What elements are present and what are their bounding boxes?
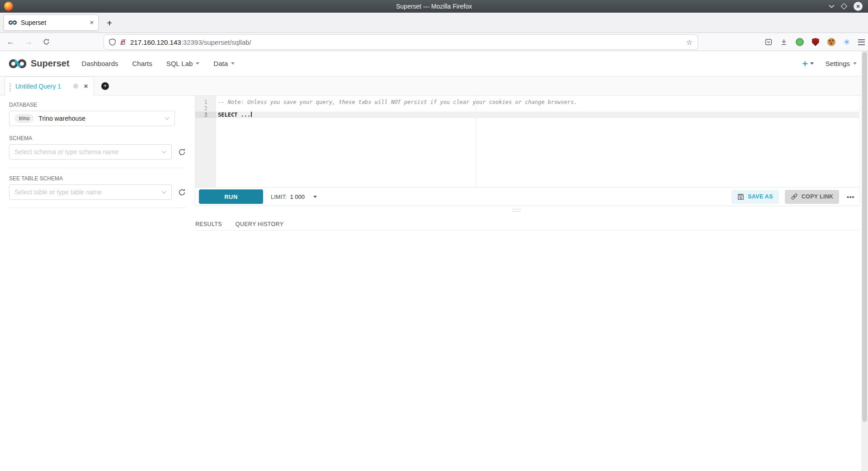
query-tab-bar: Untitled Query 1 ✕ + (0, 76, 868, 96)
back-icon[interactable]: ← (7, 38, 14, 47)
south-pane-tabs: RESULTS QUERY HISTORY (195, 218, 859, 230)
url-text[interactable]: 217.160.120.143:32393/superset/sqllab/ (130, 38, 682, 46)
add-new-button[interactable]: + (802, 59, 814, 68)
limit-dropdown[interactable]: LIMIT: 1 000 (271, 193, 317, 200)
save-as-button[interactable]: SAVE AS (731, 190, 779, 204)
window-minimize-icon[interactable] (829, 5, 835, 8)
schema-label: SCHEMA (9, 135, 186, 141)
query-status-dot (73, 84, 78, 89)
browser-tab-close-icon[interactable]: ✕ (90, 19, 94, 26)
new-tab-button[interactable]: + (107, 18, 112, 28)
window-close-icon[interactable]: ✕ (854, 2, 863, 11)
window-titlebar: Superset — Mozilla Firefox ✕ (0, 0, 868, 13)
url-path: :32393/superset/sqllab/ (181, 38, 251, 46)
chevron-down-icon (165, 117, 170, 120)
sql-lab-upper: DATABASE trino Trino warehouse SCHEMA Se… (0, 96, 859, 206)
drag-handle-icon[interactable] (9, 85, 11, 87)
window-maximize-icon[interactable] (841, 3, 847, 9)
forward-icon[interactable]: → (25, 38, 33, 47)
cookie-extension-icon[interactable] (827, 38, 835, 46)
refresh-tables-icon[interactable] (178, 188, 186, 196)
database-value: Trino warehouse (38, 115, 165, 122)
nav-item-sql-lab[interactable]: SQL Lab (166, 60, 200, 67)
browser-tab-title: Superset (21, 19, 86, 26)
window-title: Superset — Mozilla Firefox (0, 3, 868, 10)
table-select[interactable]: Select table or type table name (9, 184, 172, 200)
url-bar[interactable]: 217.160.120.143:32393/superset/sqllab/ ☆ (104, 35, 698, 49)
sidebar-divider (9, 168, 186, 168)
extension-burst-icon[interactable]: ✳ (844, 38, 850, 46)
chevron-down-icon (161, 191, 166, 194)
reload-icon[interactable] (43, 38, 50, 45)
refresh-schemas-icon[interactable] (178, 148, 186, 156)
browser-toolbar: ← → 217.160.120.143:32393/superset/sqlla… (0, 33, 868, 51)
shield-icon[interactable] (109, 38, 116, 46)
sql-lab-sidebar: DATABASE trino Trino warehouse SCHEMA Se… (0, 96, 195, 206)
insecure-lock-icon[interactable] (120, 39, 126, 45)
ublock-origin-icon[interactable] (812, 38, 819, 46)
query-tab-label: Untitled Query 1 (15, 83, 70, 90)
screen: Superset — Mozilla Firefox ✕ Superset ✕ … (0, 0, 868, 471)
query-tab-active[interactable]: Untitled Query 1 ✕ (5, 76, 94, 96)
caret-down-icon (231, 62, 235, 65)
editor-line: 2 (195, 105, 859, 112)
add-query-tab-button[interactable]: + (101, 82, 109, 90)
schema-select[interactable]: Select schema or type schema name (9, 144, 172, 160)
editor-line-active: 3 SELECT ... (195, 112, 859, 118)
chevron-down-icon (161, 151, 166, 154)
link-icon (791, 193, 798, 200)
database-engine-badge: trino (14, 114, 34, 123)
caret-down-icon (810, 62, 814, 65)
table-schema-label: SEE TABLE SCHEMA (9, 175, 186, 182)
text-cursor (251, 112, 252, 117)
superset-favicon-icon (8, 19, 17, 26)
editor-column: 1 -- Note: Unless you save your query, t… (195, 96, 859, 206)
superset-brand[interactable]: Superset (8, 57, 70, 71)
database-label: DATABASE (9, 102, 186, 108)
schema-placeholder: Select schema or type schema name (14, 148, 161, 155)
save-icon (737, 193, 744, 200)
browser-tabstrip: Superset ✕ + (0, 13, 868, 33)
sql-toolbar: RUN LIMIT: 1 000 SAVE AS (195, 187, 859, 206)
pane-splitter[interactable] (0, 206, 859, 218)
downloads-icon[interactable] (780, 38, 788, 46)
superset-logo-icon (8, 57, 28, 71)
caret-down-icon (196, 62, 199, 65)
settings-menu[interactable]: Settings (826, 60, 857, 67)
privacy-extension-icon[interactable] (796, 38, 804, 46)
pocket-icon[interactable] (765, 38, 772, 46)
table-placeholder: Select table or type table name (14, 188, 161, 196)
editor-line: 1 -- Note: Unless you save your query, t… (195, 99, 859, 105)
nav-item-data[interactable]: Data (213, 60, 235, 67)
south-pane-divider (195, 230, 859, 231)
scrollbar[interactable] (861, 51, 868, 471)
query-tab-close-icon[interactable]: ✕ (84, 83, 88, 89)
more-options-icon[interactable]: ••• (845, 193, 856, 200)
copy-link-button[interactable]: COPY LINK (785, 190, 840, 204)
firefox-icon (4, 2, 13, 11)
scrollbar-thumb[interactable] (862, 52, 867, 422)
caret-down-icon (313, 196, 317, 198)
tab-query-history[interactable]: QUERY HISTORY (236, 221, 283, 227)
url-host: 217.160.120.143 (130, 38, 181, 46)
run-button[interactable]: RUN (199, 189, 263, 204)
menu-hamburger-icon[interactable] (858, 39, 865, 45)
superset-navbar: Superset Dashboards Charts SQL Lab Data … (0, 51, 868, 76)
tab-results[interactable]: RESULTS (195, 221, 222, 227)
bookmark-star-icon[interactable]: ☆ (686, 38, 693, 47)
browser-tab[interactable]: Superset ✕ (4, 14, 99, 31)
database-select[interactable]: trino Trino warehouse (9, 111, 175, 126)
sql-editor[interactable]: 1 -- Note: Unless you save your query, t… (195, 96, 859, 187)
caret-down-icon (853, 62, 857, 65)
nav-item-dashboards[interactable]: Dashboards (82, 60, 118, 67)
brand-name: Superset (31, 58, 70, 69)
nav-item-charts[interactable]: Charts (132, 60, 152, 67)
splitter-grip-icon[interactable] (512, 209, 521, 212)
